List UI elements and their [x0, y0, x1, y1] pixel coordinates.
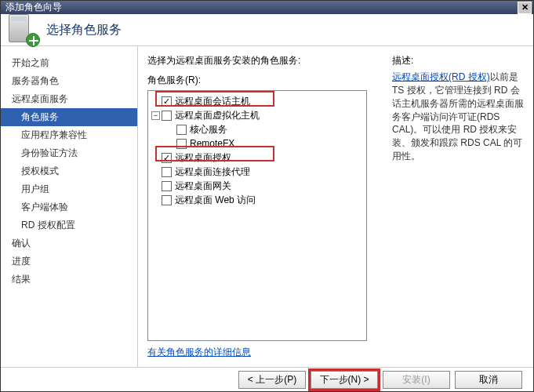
instruction-text: 选择为远程桌面服务安装的角色服务:: [147, 54, 386, 67]
tree-item[interactable]: 远程桌面授权: [150, 151, 365, 165]
tree-item[interactable]: −远程桌面虚拟化主机: [150, 108, 365, 122]
tree-item-label: 核心服务: [190, 123, 227, 136]
cancel-button[interactable]: 取消: [455, 371, 522, 389]
description-body: 以前是 TS 授权，它管理连接到 RD 会话主机服务器所需的远程桌面服务客户端访…: [392, 71, 524, 162]
titlebar: 添加角色向导 ✕: [1, 1, 533, 14]
prev-button[interactable]: < 上一步(P): [238, 371, 306, 389]
description-panel: 描述: 远程桌面授权(RD 授权)以前是 TS 授权，它管理连接到 RD 会话主…: [392, 46, 533, 367]
header: 选择角色服务: [1, 14, 533, 46]
sidebar-item[interactable]: 结果: [1, 270, 137, 289]
window-title: 添加角色向导: [2, 1, 518, 14]
tree-item-label: 远程桌面虚拟化主机: [175, 109, 260, 122]
tree-item-label: 远程桌面会话主机: [175, 95, 250, 108]
tree-item[interactable]: 远程桌面 Web 访问: [150, 193, 365, 207]
role-services-tree[interactable]: 远程桌面会话主机−远程桌面虚拟化主机核心服务RemoteFX远程桌面授权远程桌面…: [147, 90, 367, 341]
tree-item[interactable]: 远程桌面会话主机: [150, 94, 365, 108]
wizard-window: 添加角色向导 ✕ 选择角色服务 开始之前服务器角色远程桌面服务角色服务应用程序兼…: [0, 0, 534, 392]
sidebar-item[interactable]: 身份验证方法: [1, 144, 137, 162]
description-link[interactable]: 远程桌面授权(RD 授权): [392, 71, 490, 82]
close-button[interactable]: ✕: [518, 2, 532, 14]
tree-item[interactable]: 远程桌面连接代理: [150, 165, 365, 179]
sidebar-item[interactable]: 角色服务: [1, 108, 137, 126]
checkbox[interactable]: [176, 125, 187, 135]
content: 选择为远程桌面服务安装的角色服务: 角色服务(R): 远程桌面会话主机−远程桌面…: [138, 46, 533, 367]
sidebar-item[interactable]: 用户组: [1, 180, 137, 198]
body: 开始之前服务器角色远程桌面服务角色服务应用程序兼容性身份验证方法授权模式用户组客…: [1, 46, 533, 367]
tree-item-label: RemoteFX: [190, 138, 234, 149]
more-info-link[interactable]: 有关角色服务的详细信息: [147, 347, 251, 358]
tree-item-label: 远程桌面连接代理: [175, 165, 250, 179]
tree-label: 角色服务(R):: [147, 74, 386, 87]
tree-item-label: 远程桌面网关: [175, 180, 231, 193]
description-title: 描述:: [392, 54, 525, 67]
checkbox[interactable]: [162, 153, 172, 163]
tree-item-label: 远程桌面 Web 访问: [175, 194, 256, 207]
next-button[interactable]: 下一步(N) >: [311, 371, 378, 389]
footer: < 上一步(P) 下一步(N) > 安装(I) 取消: [1, 367, 533, 391]
checkbox[interactable]: [162, 167, 172, 177]
sidebar-item[interactable]: 远程桌面服务: [1, 90, 137, 108]
install-button: 安装(I): [383, 371, 450, 389]
sidebar-item[interactable]: 服务器角色: [1, 72, 137, 90]
checkbox[interactable]: [176, 139, 187, 149]
checkbox[interactable]: [162, 195, 172, 205]
sidebar-item[interactable]: 客户端体验: [1, 198, 137, 216]
server-plus-icon: [9, 14, 38, 45]
checkbox[interactable]: [162, 96, 172, 107]
tree-item[interactable]: RemoteFX: [150, 136, 365, 151]
expand-icon[interactable]: −: [151, 111, 160, 120]
tree-item[interactable]: 核心服务: [150, 122, 365, 136]
page-title: 选择角色服务: [46, 22, 122, 38]
sidebar-item[interactable]: RD 授权配置: [1, 216, 137, 234]
sidebar-item[interactable]: 授权模式: [1, 162, 137, 180]
sidebar-item[interactable]: 应用程序兼容性: [1, 126, 137, 144]
more-info-row: 有关角色服务的详细信息: [147, 341, 386, 367]
sidebar: 开始之前服务器角色远程桌面服务角色服务应用程序兼容性身份验证方法授权模式用户组客…: [1, 46, 138, 367]
sidebar-item[interactable]: 确认: [1, 234, 137, 252]
sidebar-item[interactable]: 进度: [1, 252, 137, 270]
checkbox[interactable]: [162, 111, 172, 121]
tree-item-label: 远程桌面授权: [175, 151, 231, 165]
description-text: 远程桌面授权(RD 授权)以前是 TS 授权，它管理连接到 RD 会话主机服务器…: [392, 71, 525, 163]
sidebar-item[interactable]: 开始之前: [1, 54, 137, 72]
checkbox[interactable]: [162, 181, 172, 191]
tree-item[interactable]: 远程桌面网关: [150, 179, 365, 193]
main-panel: 选择为远程桌面服务安装的角色服务: 角色服务(R): 远程桌面会话主机−远程桌面…: [138, 46, 392, 367]
